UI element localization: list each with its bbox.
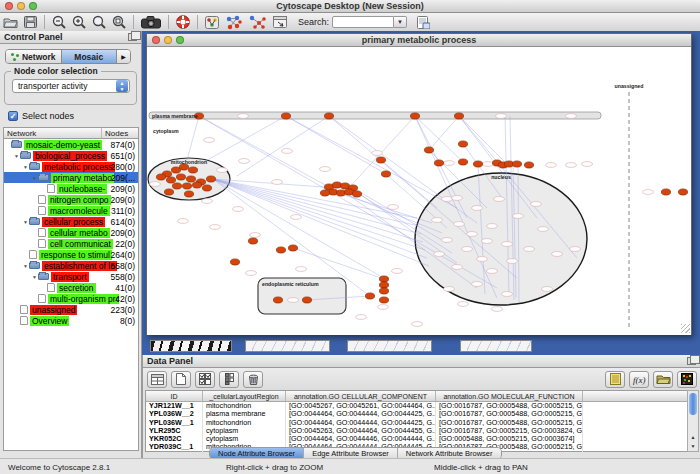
tree-row[interactable]: ▼transport558(0) — [4, 271, 138, 282]
table-cell[interactable]: [GO:0016787, GO:0005488, GO:0005215, G..… — [436, 419, 583, 427]
table-cell[interactable]: [GO:0044464, GO:0044444, GO:0044425, G..… — [286, 419, 436, 427]
table-cell[interactable] — [583, 402, 687, 410]
attribute-matrix-icon[interactable] — [677, 371, 697, 388]
zoom-selected-icon[interactable] — [109, 14, 129, 30]
tree-row[interactable]: ▼metabolic process280(0) — [4, 161, 138, 172]
tree-row[interactable]: macromolecule311(0) — [4, 205, 138, 216]
network-graph[interactable]: plasma membranecytoplasmmitochondrionnuc… — [147, 48, 691, 335]
network-node[interactable] — [192, 182, 201, 188]
table-cell[interactable]: [GO:0044464, GO:0044444, GO:0044425, G..… — [286, 410, 436, 418]
table-cell[interactable]: [GO:0005488, GO:0005215, GO:0003674] — [436, 435, 583, 443]
zoom-fit-icon[interactable] — [89, 14, 109, 30]
network-node[interactable] — [302, 297, 311, 303]
background-window-thumb[interactable] — [245, 340, 330, 352]
table-cell[interactable]: YPL036W__2 — [146, 410, 203, 418]
tree-expander-icon[interactable]: ▼ — [22, 164, 29, 170]
tree-expander-icon[interactable]: ▼ — [22, 263, 29, 269]
data-panel-float-icon[interactable] — [687, 357, 696, 365]
zoom-out-icon[interactable] — [49, 14, 69, 30]
network-node[interactable] — [458, 159, 467, 165]
layout-network-2-icon[interactable] — [246, 14, 270, 30]
table-cell[interactable]: cytoplasm — [203, 435, 286, 443]
table-cell[interactable] — [583, 419, 687, 427]
tree-header-nodes[interactable]: Nodes — [102, 128, 138, 138]
table-row[interactable]: YPL036W__2plasma membrane[GO:0044464, GO… — [146, 410, 687, 418]
network-node[interactable] — [434, 160, 443, 166]
table-cell[interactable] — [583, 443, 687, 451]
table-cell[interactable]: [GO:0016787, GO:0005215, GO:0003824, G..… — [436, 427, 583, 435]
formula-fx-icon[interactable]: f(x) — [629, 371, 649, 388]
table-cell[interactable]: plasma membrane — [203, 410, 286, 418]
network-node[interactable] — [524, 162, 533, 168]
import-table-icon[interactable] — [413, 14, 433, 30]
network-node[interactable] — [661, 189, 670, 195]
window-resize-grip[interactable] — [681, 324, 690, 333]
network-node[interactable] — [381, 171, 390, 177]
table-cell[interactable]: [GO:0044464, GO:0044446, GO:0044444, G..… — [286, 435, 436, 443]
scroll-down-arrow[interactable]: ▼ — [688, 442, 698, 451]
node-color-dropdown[interactable]: transporter activity ▲▼ — [12, 79, 130, 93]
table-cell[interactable]: YKR052C — [146, 435, 203, 443]
network-node[interactable] — [512, 161, 521, 167]
attribute-table-icon[interactable] — [147, 371, 167, 388]
background-window-thumb[interactable] — [150, 340, 232, 352]
network-node[interactable] — [172, 183, 181, 189]
table-column-header[interactable]: annotation.GO CELLULAR_COMPONENT — [286, 391, 436, 401]
network-node[interactable] — [320, 190, 329, 196]
table-cell[interactable]: [GO:0045267, GO:0045261, GO:0044464, G..… — [286, 402, 436, 410]
select-nodes-checkbox[interactable]: ✓ — [8, 111, 18, 121]
network-canvas[interactable]: plasma membranecytoplasmmitochondrionnuc… — [147, 48, 691, 335]
network-node[interactable] — [182, 183, 191, 189]
table-cell[interactable] — [583, 435, 687, 443]
unselect-attributes-icon[interactable] — [219, 371, 239, 388]
tree-expander-icon[interactable]: ▼ — [22, 219, 29, 225]
tree-expander-icon[interactable]: ▼ — [31, 175, 38, 181]
scrollbar-thumb[interactable] — [689, 393, 697, 415]
tree-row[interactable]: response to stimul264(0) — [4, 249, 138, 260]
table-row[interactable]: YJR121W__1mitochondrion[GO:0045267, GO:0… — [146, 402, 687, 410]
network-node[interactable] — [336, 190, 345, 196]
search-dropdown-arrow[interactable]: ▼ — [394, 16, 407, 28]
table-column-header[interactable] — [583, 391, 687, 401]
search-input[interactable] — [332, 16, 394, 28]
table-cell[interactable]: [GO:0045263, GO:0044464, GO:0044455, G..… — [286, 427, 436, 435]
network-node[interactable] — [248, 238, 257, 244]
network-node[interactable] — [376, 157, 385, 163]
tree-row[interactable]: nucleobase-209(0) — [4, 183, 138, 194]
network-node[interactable] — [410, 113, 419, 119]
network-node[interactable] — [365, 293, 374, 299]
snapshot-camera-icon[interactable] — [138, 14, 164, 30]
scroll-up-arrow[interactable]: ▲ — [688, 433, 698, 442]
table-row[interactable]: YKR052Ccytoplasm[GO:0044464, GO:0044446,… — [146, 435, 687, 443]
network-node[interactable] — [276, 247, 285, 253]
new-attribute-icon[interactable] — [171, 371, 191, 388]
tree-row[interactable]: multi-organism pro42(0) — [4, 293, 138, 304]
table-cell[interactable]: [GO:0016787, GO:0005488, GO:0005215, G..… — [436, 410, 583, 418]
network-node[interactable] — [379, 297, 388, 303]
background-window-thumb[interactable] — [460, 340, 532, 352]
table-column-header[interactable]: ID — [146, 391, 203, 401]
help-lifering-icon[interactable] — [173, 14, 193, 30]
float-panel-icon[interactable] — [128, 33, 137, 41]
table-cell[interactable]: [GO:0016787, GO:0005488, GO:0005215, G..… — [436, 402, 583, 410]
tree-row[interactable]: ▼primary metabo209(... — [4, 172, 138, 183]
tree-expander-icon[interactable]: ▼ — [31, 274, 38, 280]
table-column-header[interactable]: annotation.GO MOLECULAR_FUNCTION — [436, 391, 583, 401]
network-node[interactable] — [379, 282, 388, 288]
network-node[interactable] — [379, 288, 388, 294]
network-node[interactable] — [202, 185, 211, 191]
network-node[interactable] — [458, 141, 467, 147]
attribute-notes-icon[interactable] — [605, 371, 625, 388]
network-node[interactable] — [176, 174, 185, 180]
table-row[interactable]: YPL036W__1mitochondrion[GO:0044464, GO:0… — [146, 419, 687, 427]
network-node[interactable] — [281, 113, 290, 119]
network-node[interactable] — [332, 182, 341, 188]
zoom-in-icon[interactable] — [69, 14, 89, 30]
table-scrollbar[interactable]: ▲ ▼ — [687, 390, 699, 452]
network-node[interactable] — [424, 147, 433, 153]
select-attributes-icon[interactable] — [195, 371, 215, 388]
open-file-icon[interactable] — [0, 14, 20, 30]
table-cell[interactable]: YLR295C — [146, 427, 203, 435]
tree-row[interactable]: nitrogen compo209(0) — [4, 194, 138, 205]
network-node[interactable] — [473, 161, 482, 167]
